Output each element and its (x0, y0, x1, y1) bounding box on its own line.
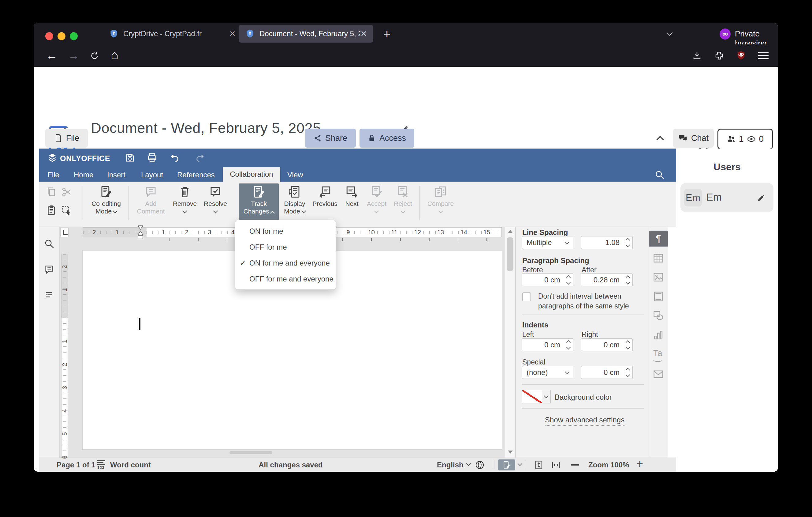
background-color-dropdown[interactable] (542, 390, 551, 403)
print-icon[interactable] (147, 153, 157, 163)
spinner[interactable] (626, 341, 629, 349)
track-menu-item-off-for-me[interactable]: OFF for me (235, 239, 336, 255)
tab-view[interactable]: View (287, 171, 303, 179)
access-button[interactable]: Access (359, 129, 414, 147)
add-comment-button[interactable]: AddComment (133, 184, 169, 225)
vertical-scrollbar[interactable] (505, 227, 515, 458)
tab-insert[interactable]: Insert (107, 171, 125, 179)
shape-settings-tab[interactable] (652, 310, 664, 322)
forward-icon[interactable]: → (68, 49, 80, 62)
headings-outline-icon[interactable] (44, 290, 55, 300)
table-settings-tab[interactable] (652, 252, 664, 264)
spinner[interactable] (626, 276, 629, 284)
scroll-up-arrow[interactable] (508, 230, 513, 233)
spellcheck-globe-icon[interactable] (475, 460, 485, 470)
user-list-item[interactable]: Em Em (680, 183, 774, 212)
file-button[interactable]: File (45, 129, 88, 147)
show-advanced-settings-link[interactable]: Show advanced settings (545, 416, 625, 426)
word-count-icon[interactable]: 123 (97, 460, 108, 469)
line-spacing-value-input[interactable]: 1.08 (581, 236, 633, 249)
extensions-puzzle-icon[interactable] (714, 51, 724, 60)
new-tab-button[interactable]: + (383, 27, 390, 41)
line-spacing-select[interactable]: Multiple (522, 236, 573, 249)
scroll-down-arrow[interactable] (508, 451, 513, 454)
tab-layout[interactable]: Layout (141, 171, 163, 179)
tab-cryptdrive[interactable]: CryptDrive - CryptPad.fr ✕ (109, 23, 236, 45)
scrollbar-thumb[interactable] (507, 237, 513, 271)
paragraph-settings-tab-active[interactable]: ¶ (649, 230, 668, 247)
chevron-down-icon[interactable] (466, 461, 471, 466)
presence-counter[interactable]: 1 0 (718, 129, 773, 149)
reject-button[interactable]: Reject (390, 184, 415, 225)
track-menu-item-on-for-me[interactable]: ON for me (235, 223, 336, 239)
indent-right-input[interactable]: 0 cm (581, 338, 633, 351)
header-footer-settings-tab[interactable] (652, 291, 664, 302)
no-interval-checkbox[interactable] (522, 293, 531, 301)
spinner[interactable] (626, 239, 629, 247)
track-changes-status-button[interactable] (498, 459, 515, 470)
fit-width-icon[interactable] (551, 460, 561, 469)
spacing-before-input[interactable]: 0 cm (522, 273, 573, 287)
reload-icon[interactable] (90, 51, 99, 60)
compare-button[interactable]: Compare (424, 184, 457, 225)
remove-button[interactable]: Remove (170, 184, 200, 225)
spinner[interactable] (567, 276, 570, 284)
edit-name-pencil-icon[interactable] (757, 193, 766, 202)
special-select[interactable]: (none) (522, 366, 573, 379)
indent-marker[interactable] (138, 225, 143, 240)
resolve-button[interactable]: Resolve (201, 184, 230, 225)
zoom-in-icon[interactable]: + (636, 457, 643, 470)
display-mode-button[interactable]: DisplayMode (280, 184, 309, 225)
mail-merge-tab[interactable] (652, 369, 664, 380)
spinner[interactable] (626, 369, 629, 376)
track-changes-button[interactable]: TrackChanges (239, 184, 279, 220)
chat-button[interactable]: Chat (673, 129, 714, 147)
spacing-after-input[interactable]: 0.28 cm (581, 273, 633, 287)
cut-icon[interactable] (61, 187, 72, 197)
tab-collaboration-active[interactable]: Collaboration (223, 167, 280, 182)
window-minimize-button[interactable] (58, 32, 65, 40)
text-art-settings-tab[interactable]: Ta (653, 348, 662, 362)
track-menu-item-off-for-everyone[interactable]: OFF for me and everyone (235, 271, 336, 287)
redo-icon[interactable] (195, 153, 205, 163)
tab-close-icon[interactable]: ✕ (360, 29, 367, 38)
spinner[interactable] (567, 341, 570, 349)
vertical-ruler[interactable]: 2 1 1 2 3 4 5 6 (61, 253, 68, 458)
undo-icon[interactable] (170, 153, 180, 163)
page-indicator[interactable]: Page 1 of 1 (57, 461, 95, 469)
language-selector[interactable]: English (437, 461, 464, 469)
horizontal-scrollbar-thumb[interactable] (229, 451, 272, 454)
fit-page-icon[interactable] (534, 460, 543, 469)
window-close-button[interactable] (45, 32, 53, 40)
share-button[interactable]: Share (305, 129, 356, 147)
next-change-button[interactable]: Next (341, 184, 363, 225)
tab-document-active[interactable]: Document - Wed, February 5, 20 ✕ (239, 25, 373, 43)
tab-file[interactable]: File (48, 171, 59, 179)
tab-close-icon[interactable]: ✕ (229, 29, 236, 38)
home-icon[interactable]: ⌂ (111, 48, 118, 62)
chevron-down-icon[interactable] (518, 461, 523, 466)
image-settings-tab[interactable] (652, 271, 664, 283)
paste-icon[interactable] (46, 205, 57, 216)
special-value-input[interactable]: 0 cm (581, 366, 633, 379)
chart-settings-tab[interactable] (652, 329, 664, 341)
accept-button[interactable]: Accept (364, 184, 389, 225)
back-icon[interactable]: ← (46, 49, 58, 62)
indent-left-input[interactable]: 0 cm (522, 338, 573, 351)
save-icon[interactable] (125, 153, 135, 163)
collapse-toolbar-button[interactable] (650, 129, 670, 147)
window-zoom-button[interactable] (70, 32, 78, 40)
copy-icon[interactable] (46, 187, 57, 197)
zoom-out-icon[interactable] (571, 464, 579, 466)
track-menu-item-on-for-everyone[interactable]: ✓ON for me and everyone (235, 255, 336, 271)
find-search-icon[interactable] (44, 239, 55, 249)
list-tabs-chevron-icon[interactable] (668, 31, 672, 37)
co-editing-mode-button[interactable]: Co-editingMode (88, 184, 124, 225)
ublock-origin-icon[interactable]: uO (736, 51, 746, 60)
tab-references[interactable]: References (177, 171, 215, 179)
previous-change-button[interactable]: Previous (310, 184, 340, 225)
comments-panel-icon[interactable] (44, 264, 55, 275)
downloads-icon[interactable] (692, 51, 702, 60)
tab-home[interactable]: Home (74, 171, 93, 179)
word-count-label[interactable]: Word count (110, 461, 151, 469)
